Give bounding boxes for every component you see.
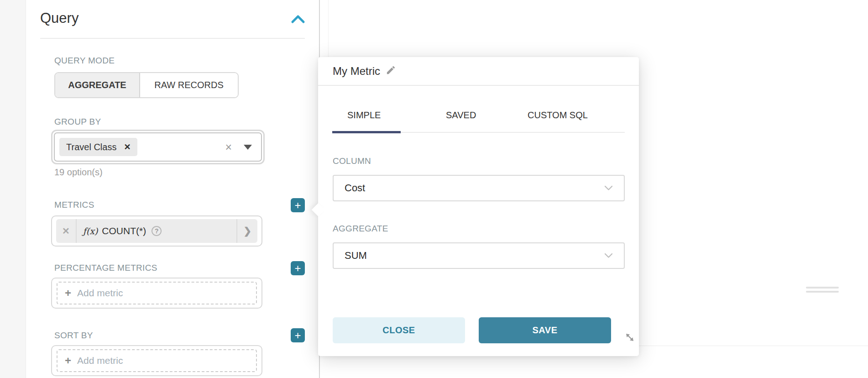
metric-title: My Metric: [333, 65, 380, 78]
query-mode-toggle: AGGREGATE RAW RECORDS: [54, 72, 239, 98]
datasource-panel-edge: [0, 0, 26, 378]
raw-records-button-label: RAW RECORDS: [154, 80, 223, 90]
query-mode-aggregate-button[interactable]: AGGREGATE: [55, 73, 140, 97]
metrics-control: ✕ ƒ(x) COUNT(*) ? ❯: [51, 215, 262, 247]
plus-icon: +: [294, 199, 301, 211]
column-label: COLUMN: [333, 156, 371, 166]
chevron-down-icon: [604, 185, 613, 191]
popover-header: My Metric: [318, 57, 639, 86]
metric-edit-popover: My Metric SIMPLE SAVED CUSTOM SQL COLUMN…: [318, 57, 639, 356]
resize-expand-icon: [624, 331, 636, 345]
popover-arrow: [312, 203, 325, 217]
metric-name: COUNT(*): [102, 226, 146, 236]
explore-query-panel: Query QUERY MODE AGGREGATE RAW RECORDS G…: [0, 0, 868, 378]
chevron-up-icon: [290, 19, 306, 27]
group-by-label: GROUP BY: [54, 117, 101, 127]
percentage-add-metric-dropzone[interactable]: + Add metric: [57, 282, 257, 304]
group-by-chip-label: Travel Class: [66, 142, 116, 152]
close-button[interactable]: CLOSE: [333, 317, 465, 343]
collapse-section-button[interactable]: [290, 14, 306, 26]
help-icon: ?: [152, 226, 162, 236]
sort-by-label: SORT BY: [54, 331, 93, 341]
metric-item-count[interactable]: ✕ ƒ(x) COUNT(*) ? ❯: [56, 219, 257, 243]
sort-add-metric-dropzone[interactable]: + Add metric: [57, 349, 257, 372]
fx-icon: ƒ(x): [83, 226, 98, 236]
chevron-down-icon: [604, 253, 613, 258]
column-select[interactable]: Cost: [333, 175, 625, 201]
column-select-value: Cost: [345, 182, 365, 194]
plus-icon: +: [294, 329, 301, 341]
aggregate-select-value: SUM: [345, 250, 367, 262]
tab-simple[interactable]: SIMPLE: [347, 110, 381, 121]
query-mode-raw-records-button[interactable]: RAW RECORDS: [140, 73, 238, 97]
add-metric-placeholder: Add metric: [77, 288, 123, 299]
percentage-metrics-control: + Add metric: [51, 278, 262, 309]
query-mode-label: QUERY MODE: [54, 56, 115, 66]
section-divider: [40, 38, 305, 39]
add-percentage-metric-button[interactable]: +: [291, 261, 305, 275]
chip-remove-icon[interactable]: ✕: [124, 142, 131, 152]
tab-custom-sql[interactable]: CUSTOM SQL: [528, 110, 588, 121]
plus-icon: +: [65, 355, 71, 366]
aggregate-label: AGGREGATE: [333, 224, 388, 234]
save-button[interactable]: SAVE: [479, 317, 611, 343]
metrics-label: METRICS: [54, 200, 94, 210]
aggregate-select[interactable]: SUM: [333, 242, 625, 269]
edit-title-button[interactable]: [386, 65, 396, 77]
caret-down-icon[interactable]: [244, 145, 252, 150]
remove-metric-icon[interactable]: ✕: [56, 219, 77, 243]
query-section-title: Query: [40, 10, 78, 26]
tab-saved[interactable]: SAVED: [446, 110, 476, 121]
active-tab-indicator: [332, 131, 401, 133]
add-sort-metric-button[interactable]: +: [291, 328, 305, 342]
add-metric-placeholder: Add metric: [77, 355, 123, 366]
plus-icon: +: [65, 288, 71, 299]
plus-icon: +: [294, 262, 301, 274]
group-by-select-focus-ring: Travel Class ✕ ×: [51, 130, 265, 164]
percentage-metrics-label: PERCENTAGE METRICS: [54, 263, 157, 273]
sort-by-control: + Add metric: [51, 345, 262, 376]
popover-resize-handle[interactable]: [623, 331, 637, 345]
aggregate-button-label: AGGREGATE: [68, 80, 126, 90]
chevron-right-icon[interactable]: ❯: [236, 219, 257, 243]
group-by-select[interactable]: Travel Class ✕ ×: [54, 132, 262, 162]
clear-select-icon[interactable]: ×: [225, 142, 232, 153]
group-by-options-hint: 19 option(s): [54, 167, 103, 178]
pencil-icon: [386, 65, 396, 77]
add-metric-button[interactable]: +: [291, 198, 305, 212]
chart-resize-drag-handle[interactable]: [806, 287, 839, 293]
group-by-chip: Travel Class ✕: [59, 138, 137, 156]
